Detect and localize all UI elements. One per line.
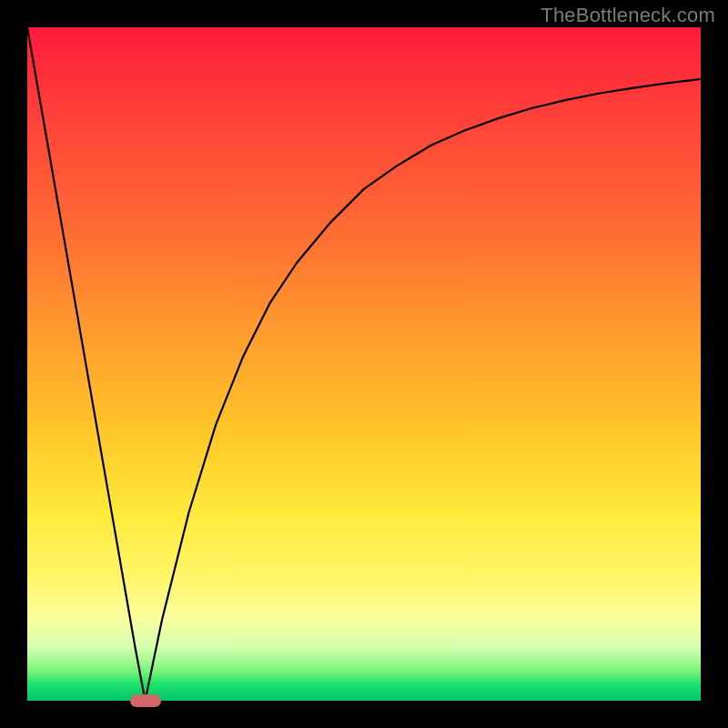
watermark-text: TheBottleneck.com (541, 4, 715, 27)
curve-svg (27, 27, 701, 701)
chart-frame: TheBottleneck.com (0, 0, 728, 728)
plot-area (27, 27, 701, 701)
bottleneck-curve-path (27, 27, 701, 701)
minimum-marker (130, 694, 161, 707)
